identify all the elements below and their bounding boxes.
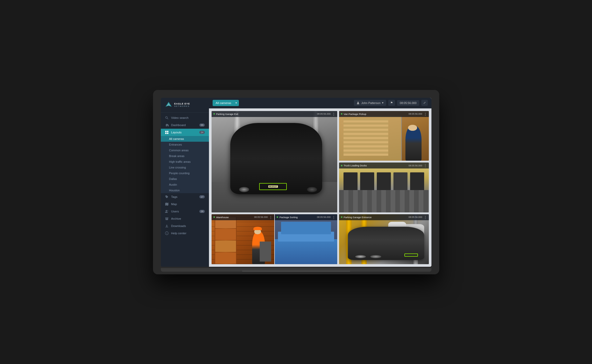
camera-menu-icon[interactable]: ⋮ xyxy=(332,215,335,219)
svg-point-12 xyxy=(358,102,359,103)
camera-select[interactable]: All cameras xyxy=(213,100,239,106)
sidebar-item-archive[interactable]: Archive xyxy=(161,215,209,222)
camera-menu-icon[interactable]: ⋮ xyxy=(424,164,427,167)
user-name: John Patterson xyxy=(361,101,380,105)
user-icon xyxy=(357,101,360,105)
expand-button[interactable]: ⤢ xyxy=(421,100,428,106)
live-indicator xyxy=(341,113,342,115)
camera-grid: MU2012T Parking Garage Exit 08:05:56.000… xyxy=(209,108,431,267)
sub-item-break-areas[interactable]: Break areas xyxy=(161,153,209,159)
truck-docks-header: Truck Loading Docks 08:05:56.000 ⋮ xyxy=(339,162,429,168)
live-indicator xyxy=(341,165,342,166)
camera-timestamp: 08:05:56.000 xyxy=(317,216,331,218)
package-sorting-subcell: Package Sorting 08:05:56.000 ⋮ xyxy=(274,214,337,264)
layouts-submenu: All cameras Entrances Common areas Break… xyxy=(161,136,209,193)
sub-item-line-crossing[interactable]: Line crossing xyxy=(161,165,209,170)
svg-point-6 xyxy=(165,210,167,211)
sub-item-austin[interactable]: Austin xyxy=(161,182,209,187)
main-content: All cameras ▾ John Patterson ▾ xyxy=(209,98,431,267)
sub-item-all-cameras[interactable]: All cameras xyxy=(161,136,209,142)
camera-timestamp: 08:05:56.000 xyxy=(409,113,422,115)
parking-entrance-header: Parking Garage Entrance 08:05:56.000 ⋮ xyxy=(339,214,429,220)
grid-icon xyxy=(165,131,169,134)
svg-rect-3 xyxy=(167,131,168,132)
sidebar-item-layouts[interactable]: Layouts 24 xyxy=(161,129,209,136)
sidebar-item-dashboard[interactable]: Dashboard 55 xyxy=(161,121,209,129)
sidebar-item-help[interactable]: ? Help center xyxy=(161,230,209,237)
top-bar: All cameras ▾ John Patterson ▾ xyxy=(209,98,431,108)
eagle-eye-logo-icon xyxy=(165,101,172,109)
camera-select-wrapper[interactable]: All cameras ▾ xyxy=(213,100,239,106)
download-icon xyxy=(165,224,169,228)
camera-menu-icon[interactable]: ⋮ xyxy=(332,112,335,116)
camera-name: Parking Garage Exit xyxy=(216,113,317,115)
search-icon xyxy=(165,116,169,120)
camera-cell-parking-exit: MU2012T Parking Garage Exit 08:05:56.000… xyxy=(212,111,337,212)
van-pickup-video xyxy=(339,111,429,161)
tags-badge: 17 xyxy=(199,195,205,198)
sub-item-dallas[interactable]: Dallas xyxy=(161,176,209,182)
svg-text:?: ? xyxy=(166,232,167,235)
users-icon xyxy=(165,210,169,213)
svg-point-7 xyxy=(167,210,168,211)
logo-text: EAGLE EYE NETWORKS xyxy=(174,102,190,107)
sidebar-item-downloads[interactable]: Downloads xyxy=(161,222,209,230)
camera-timestamp: 08:05:56.000 xyxy=(409,164,422,167)
parking-exit-video: MU2012T xyxy=(212,111,337,212)
laptop-base xyxy=(161,268,431,272)
tag-icon xyxy=(165,195,169,199)
sub-item-entrances[interactable]: Entrances xyxy=(161,142,209,147)
camera-cell-truck-docks: Truck Loading Docks 08:05:56.000 ⋮ xyxy=(339,162,429,212)
users-badge: 26 xyxy=(199,210,205,213)
camera-timestamp: 08:05:56.000 xyxy=(317,113,331,115)
live-indicator xyxy=(277,216,278,218)
timestamp-display[interactable]: 08:05:56.000 xyxy=(397,100,419,106)
sidebar: EAGLE EYE NETWORKS Video search xyxy=(161,98,209,267)
archive-icon xyxy=(165,217,169,220)
camera-name: Parking Garage Entrance xyxy=(344,216,409,219)
app-container: EAGLE EYE NETWORKS Video search xyxy=(161,98,431,267)
svg-rect-9 xyxy=(166,219,167,219)
camera-cell-parking-entrance: Parking Garage Entrance 08:05:56.000 ⋮ xyxy=(339,214,429,264)
sub-item-houston[interactable]: Houston xyxy=(161,187,209,193)
camera-name: Truck Loading Docks xyxy=(344,164,409,167)
live-indicator xyxy=(341,216,342,218)
sidebar-item-map[interactable]: Map xyxy=(161,200,209,208)
top-bar-right: John Patterson ▾ ⚑ 08:05:56.000 ⤢ xyxy=(354,100,428,106)
user-caret-icon: ▾ xyxy=(382,101,384,105)
svg-line-1 xyxy=(167,118,168,119)
package-sorting-header: Package Sorting 08:05:56.000 ⋮ xyxy=(275,214,337,220)
camera-menu-icon[interactable]: ⋮ xyxy=(269,215,272,219)
camera-cell-van-pickup: Van Package Pickup 08:05:56.000 ⋮ xyxy=(339,111,429,161)
camera-timestamp: 08:05:56.000 xyxy=(254,216,268,218)
van-pickup-header: Van Package Pickup 08:05:56.000 ⋮ xyxy=(339,111,429,117)
entrance-plate-detection xyxy=(404,254,418,257)
sidebar-item-video-search[interactable]: Video search xyxy=(161,114,209,121)
sub-item-high-traffic[interactable]: High traffic areas xyxy=(161,159,209,165)
help-icon: ? xyxy=(165,231,169,235)
sidebar-item-users[interactable]: Users 26 xyxy=(161,208,209,215)
parking-exit-header: Parking Garage Exit 08:05:56.000 ⋮ xyxy=(212,111,337,117)
svg-rect-2 xyxy=(165,131,166,132)
sub-item-common-areas[interactable]: Common areas xyxy=(161,147,209,153)
svg-rect-4 xyxy=(165,132,166,134)
flag-button[interactable]: ⚑ xyxy=(388,100,395,106)
svg-rect-5 xyxy=(167,132,168,134)
camera-name: Warehouse xyxy=(216,216,254,219)
camera-menu-icon[interactable]: ⋮ xyxy=(424,112,427,116)
truck-docks-video xyxy=(339,162,429,212)
plate-text: MU2012T xyxy=(268,185,278,188)
svg-rect-8 xyxy=(165,217,168,218)
camera-menu-icon[interactable]: ⋮ xyxy=(424,215,427,219)
sidebar-logo: EAGLE EYE NETWORKS xyxy=(161,98,209,113)
live-indicator xyxy=(213,216,215,218)
user-menu-button[interactable]: John Patterson ▾ xyxy=(354,100,386,106)
camera-name: Package Sorting xyxy=(279,216,317,219)
home-icon xyxy=(165,123,169,127)
svg-point-0 xyxy=(165,116,167,118)
sub-item-people-counting[interactable]: People counting xyxy=(161,170,209,176)
sidebar-item-tags[interactable]: Tags 17 xyxy=(161,193,209,200)
live-indicator xyxy=(213,113,215,115)
layouts-badge: 24 xyxy=(199,131,205,134)
laptop-screen: EAGLE EYE NETWORKS Video search xyxy=(161,98,431,267)
